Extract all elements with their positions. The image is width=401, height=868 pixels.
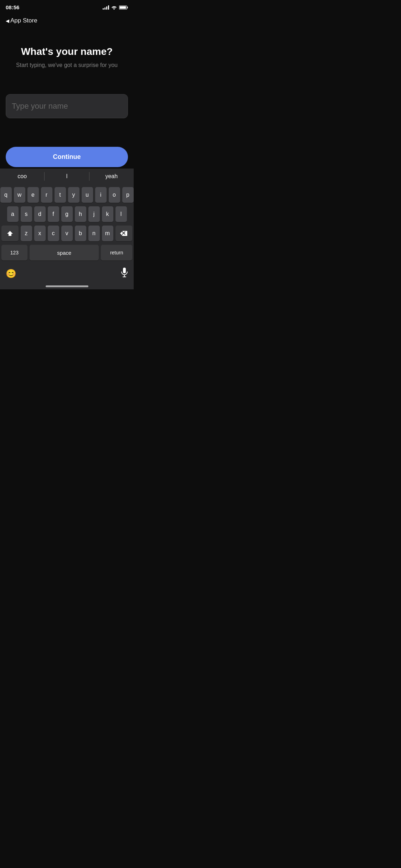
keyboard-row-4: 123 space return xyxy=(1,245,132,260)
svg-rect-1 xyxy=(127,7,128,9)
key-s[interactable]: s xyxy=(21,206,32,222)
keyboard-row-2: a s d f g h j k l xyxy=(1,206,132,222)
suggestion-1[interactable]: coo xyxy=(0,173,44,180)
battery-icon xyxy=(119,5,128,10)
key-n[interactable]: n xyxy=(88,226,100,241)
key-f[interactable]: f xyxy=(48,206,59,222)
key-y[interactable]: y xyxy=(68,187,79,203)
home-indicator xyxy=(46,285,88,287)
key-delete[interactable] xyxy=(115,226,133,241)
key-m[interactable]: m xyxy=(102,226,113,241)
emoji-button[interactable]: 😊 xyxy=(6,269,16,279)
key-q[interactable]: q xyxy=(0,187,12,203)
key-c[interactable]: c xyxy=(48,226,59,241)
main-content: What's your name? Start typing, we've go… xyxy=(0,24,134,76)
key-p[interactable]: p xyxy=(122,187,134,203)
key-i[interactable]: i xyxy=(95,187,107,203)
continue-button[interactable]: Continue xyxy=(6,147,128,167)
key-h[interactable]: h xyxy=(75,206,86,222)
status-icons xyxy=(103,4,128,10)
key-space[interactable]: space xyxy=(30,245,99,260)
key-a[interactable]: a xyxy=(7,206,19,222)
key-o[interactable]: o xyxy=(109,187,120,203)
key-w[interactable]: w xyxy=(14,187,25,203)
key-shift[interactable] xyxy=(1,226,19,241)
key-u[interactable]: u xyxy=(82,187,93,203)
keyboard-rows: q w e r t y u i o p a s d f g h j k l xyxy=(0,184,134,265)
key-b[interactable]: b xyxy=(75,226,86,241)
status-bar: 08:56 xyxy=(0,0,134,16)
suggestion-2[interactable]: l xyxy=(45,173,89,180)
microphone-icon[interactable] xyxy=(121,268,128,279)
name-input[interactable] xyxy=(6,94,128,118)
key-return[interactable]: return xyxy=(101,245,132,260)
name-input-container xyxy=(6,94,128,118)
key-x[interactable]: x xyxy=(34,226,46,241)
key-g[interactable]: g xyxy=(61,206,73,222)
continue-button-container: Continue xyxy=(0,147,134,167)
key-123[interactable]: 123 xyxy=(1,245,27,260)
key-v[interactable]: v xyxy=(61,226,73,241)
suggestion-3[interactable]: yeah xyxy=(89,173,134,180)
nav-back[interactable]: ◀ App Store xyxy=(0,16,134,24)
keyboard-row-3: z x c v b n m xyxy=(1,226,132,241)
wifi-icon xyxy=(111,5,117,10)
key-l[interactable]: l xyxy=(115,206,127,222)
keyboard-suggestions: coo l yeah xyxy=(0,169,134,184)
signal-bars-icon xyxy=(103,5,109,10)
key-j[interactable]: j xyxy=(88,206,100,222)
back-label: App Store xyxy=(10,17,37,24)
key-k[interactable]: k xyxy=(102,206,113,222)
back-chevron-icon: ◀ xyxy=(6,18,9,24)
status-time: 08:56 xyxy=(6,4,19,11)
key-t[interactable]: t xyxy=(55,187,66,203)
keyboard-bottom-bar: 😊 xyxy=(0,265,134,286)
keyboard: coo l yeah q w e r t y u i o p a s d f g… xyxy=(0,169,134,289)
page-title: What's your name? xyxy=(7,46,127,58)
keyboard-row-1: q w e r t y u i o p xyxy=(1,187,132,203)
key-r[interactable]: r xyxy=(41,187,52,203)
key-e[interactable]: e xyxy=(27,187,39,203)
svg-rect-2 xyxy=(120,6,126,9)
key-d[interactable]: d xyxy=(34,206,46,222)
page-subtitle: Start typing, we've got a surprise for y… xyxy=(7,61,127,69)
key-z[interactable]: z xyxy=(21,226,32,241)
svg-rect-3 xyxy=(123,268,126,273)
